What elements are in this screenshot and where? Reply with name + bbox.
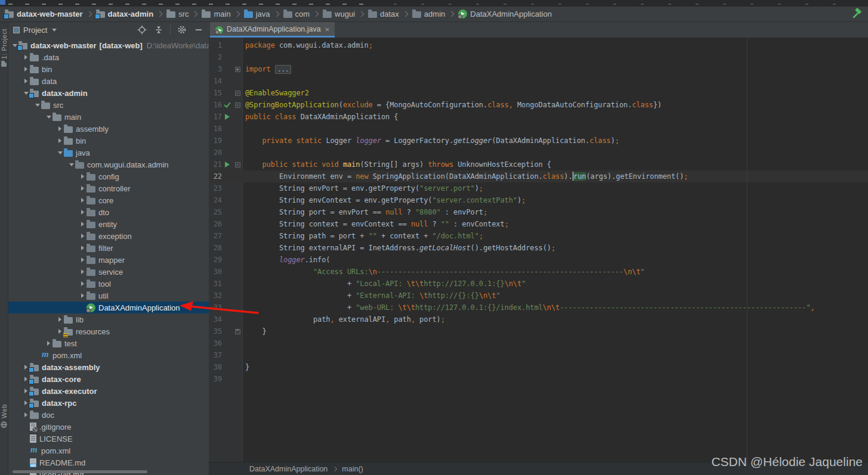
code-line-26[interactable]: 26 String context = envContext == null ?… — [209, 218, 868, 230]
tree-row-tool[interactable]: tool — [8, 278, 209, 290]
chevron-right-icon[interactable] — [22, 77, 30, 85]
chevron-right-icon[interactable] — [79, 268, 87, 276]
tree-row-resources[interactable]: resources — [8, 325, 209, 337]
breadcrumb-item-datax-web-master[interactable]: datax-web-master — [5, 10, 83, 18]
chevron-right-icon[interactable] — [22, 66, 30, 73]
code-line-37[interactable]: 37 — [209, 349, 868, 361]
tree-row-core[interactable]: core — [8, 194, 209, 206]
code-line-1[interactable]: 1package com.wugui.datax.admin; — [209, 39, 868, 51]
breadcrumb-class[interactable]: DataXAdminApplication — [249, 465, 328, 473]
fold-marker-icon[interactable]: + — [233, 63, 242, 75]
code-line-2[interactable]: 2 — [209, 51, 868, 63]
fold-marker-icon[interactable]: ^ — [233, 325, 242, 337]
breadcrumb-item-main[interactable]: main — [202, 10, 230, 18]
code-line-28[interactable]: 28 String externalAPI = InetAddress.getL… — [209, 242, 868, 254]
tree-row-pom-xml[interactable]: pom.xml — [8, 445, 209, 457]
tree-row-mapper[interactable]: mapper — [8, 254, 209, 266]
code-line-3[interactable]: 3+import ... — [209, 63, 868, 75]
chevron-down-icon[interactable] — [56, 149, 64, 157]
tree-row-bin[interactable]: bin — [8, 135, 209, 147]
tree-row-exception[interactable]: exception — [8, 230, 209, 242]
code-line-34[interactable]: 34 path, externalAPI, path, port); — [209, 313, 868, 325]
build-hammer-icon[interactable] — [852, 8, 862, 18]
tree-row-datax-core[interactable]: datax-core — [8, 373, 209, 385]
code-line-18[interactable]: 18 — [209, 123, 868, 135]
tree-row-main[interactable]: main — [8, 111, 209, 123]
code-line-19[interactable]: 19 private static Logger logger = Logger… — [209, 135, 868, 147]
tree-row-config[interactable]: config — [8, 170, 209, 182]
fold-marker-icon[interactable]: - — [233, 159, 242, 170]
code-line-15[interactable]: 15-@EnableSwagger2 — [209, 87, 868, 99]
tree-row-com-wugui-datax-admin[interactable]: com.wugui.datax.admin — [8, 159, 209, 170]
tree-row-readme-md[interactable]: README.md — [8, 457, 209, 468]
tree-row-lib[interactable]: lib — [8, 313, 209, 325]
tree-row-datax-admin[interactable]: datax-admin — [8, 87, 209, 99]
code-line-24[interactable]: 24 String envContext = env.getProperty("… — [209, 194, 868, 206]
chevron-right-icon[interactable] — [56, 125, 64, 133]
chevron-right-icon[interactable] — [79, 256, 87, 264]
code-line-25[interactable]: 25 String port = envPort == null ? "8080… — [209, 206, 868, 218]
hide-panel-icon[interactable] — [192, 23, 205, 36]
code-line-31[interactable]: 31 + "Local-API: \t\thttp://127.0.0.1:{}… — [209, 278, 868, 290]
code-line-32[interactable]: 32 + "External-API: \thttp://{}:{}\n\t" — [209, 290, 868, 302]
code-line-22[interactable]: 22 Environment env = new SpringApplicati… — [209, 170, 868, 182]
tree-row-bin[interactable]: bin — [8, 63, 209, 75]
chevron-right-icon[interactable] — [56, 137, 64, 145]
breadcrumb-item-admin[interactable]: admin — [412, 10, 445, 18]
breadcrumb-item-src[interactable]: src — [166, 10, 189, 18]
code-editor[interactable]: 1package com.wugui.datax.admin;23+import… — [209, 38, 868, 462]
chevron-right-icon[interactable] — [56, 316, 64, 324]
tool-window-tab-project[interactable]: 1: Project — [0, 29, 8, 67]
close-icon[interactable]: × — [325, 25, 330, 34]
tab-dataxadminapplication-java[interactable]: DataXAdminApplication.java × — [210, 22, 335, 38]
code-line-23[interactable]: 23 String envPort = env.getProperty("ser… — [209, 182, 868, 194]
tree-row-data[interactable]: .data — [8, 51, 209, 63]
chevron-right-icon[interactable] — [79, 232, 87, 240]
code-line-38[interactable]: 38} — [209, 361, 868, 373]
runnable-check-icon[interactable] — [222, 99, 233, 111]
tree-row-util[interactable]: util — [8, 290, 209, 302]
chevron-right-icon[interactable] — [79, 244, 87, 252]
chevron-right-icon[interactable] — [79, 185, 87, 193]
breadcrumb-item-dataxadminapplication[interactable]: DataXAdminApplication — [458, 10, 552, 18]
breadcrumb-method[interactable]: main() — [342, 465, 363, 473]
chevron-down-icon[interactable] — [67, 161, 75, 169]
code-line-30[interactable]: 30 "Access URLs:\n----------------------… — [209, 266, 868, 278]
code-line-27[interactable]: 27 String path = port + "" + context + "… — [209, 230, 868, 242]
chevron-right-icon[interactable] — [79, 209, 87, 216]
chevron-down-icon[interactable] — [33, 101, 41, 109]
tree-row-assembly[interactable]: assembly — [8, 123, 209, 135]
locate-icon[interactable] — [135, 23, 149, 36]
panel-title[interactable]: Project — [23, 26, 47, 35]
tree-row-license[interactable]: LICENSE — [8, 433, 209, 445]
tree-row-doc[interactable]: doc — [8, 409, 209, 421]
tree-row-controller[interactable]: controller — [8, 182, 209, 194]
code-line-21[interactable]: 21- public static void main(String[] arg… — [209, 159, 868, 170]
chevron-right-icon[interactable] — [79, 280, 87, 288]
code-line-39[interactable]: 39 — [209, 373, 868, 385]
breadcrumb-item-com[interactable]: com — [283, 10, 310, 18]
tree-row-dataxadminapplication[interactable]: DataXAdminApplication — [8, 302, 209, 313]
code-line-36[interactable]: 36 — [209, 337, 868, 349]
tree-row-datax-assembly[interactable]: datax-assembly — [8, 361, 209, 373]
chevron-right-icon[interactable] — [79, 173, 87, 181]
collapse-all-icon[interactable] — [152, 23, 165, 36]
chevron-right-icon[interactable] — [22, 54, 30, 61]
code-line-35[interactable]: 35^ } — [209, 325, 868, 337]
run-button-icon[interactable] — [222, 111, 233, 123]
code-line-33[interactable]: 33 + "web-URL: \t\thttp://127.0.0.1:{}/i… — [209, 302, 868, 313]
tree-row-pom-xml[interactable]: pom.xml — [8, 349, 209, 361]
tree-row-dto[interactable]: dto — [8, 206, 209, 218]
tree-row-datax-executor[interactable]: datax-executor — [8, 385, 209, 397]
tool-window-tab-web[interactable]: Web — [0, 404, 8, 428]
tree-row-entity[interactable]: entity — [8, 218, 209, 230]
chevron-down-icon[interactable] — [52, 29, 57, 32]
breadcrumb-item-datax[interactable]: datax — [368, 10, 399, 18]
tree-row-datax-rpc[interactable]: datax-rpc — [8, 397, 209, 409]
chevron-down-icon[interactable] — [45, 113, 52, 121]
chevron-right-icon[interactable] — [79, 197, 87, 204]
breadcrumb-item-java[interactable]: java — [244, 10, 270, 18]
breadcrumb-item-wugui[interactable]: wugui — [323, 10, 355, 18]
tree-row-datax-web-master[interactable]: datax-web-master[datax-web]D:\ideaWorke\… — [8, 39, 209, 51]
breadcrumb-item-datax-admin[interactable]: datax-admin — [96, 10, 154, 18]
